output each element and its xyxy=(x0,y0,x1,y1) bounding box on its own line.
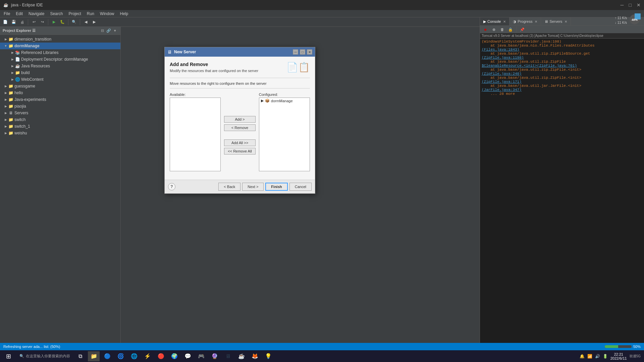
taskbar-app-9[interactable]: 🎮 xyxy=(195,351,207,361)
taskbar-chrome[interactable]: 🌐 xyxy=(128,351,140,361)
console-line-5[interactable]: (ZipFile.java:1198) xyxy=(482,56,642,60)
toolbar-new[interactable]: 📄 xyxy=(2,18,9,26)
toolbar-forward[interactable]: ▶ xyxy=(91,18,98,26)
menu-file[interactable]: File xyxy=(2,11,12,17)
taskbar-eclipse[interactable]: ☕ xyxy=(235,351,247,361)
taskbar-app-5[interactable]: ⚡ xyxy=(142,351,153,361)
folder-icon-dimension: 📁 xyxy=(8,37,13,42)
taskbar-app-11[interactable]: 🖥 xyxy=(222,351,234,361)
servers-tab-close[interactable]: ✕ xyxy=(565,20,567,23)
toolbar-run[interactable]: ▶ xyxy=(50,18,58,26)
folder-icon-dormmanage: 📁 xyxy=(8,43,13,49)
console-line-3[interactable]: (Files.java:1843) xyxy=(482,48,642,52)
available-listbox[interactable] xyxy=(170,98,221,171)
finish-button[interactable]: Finish xyxy=(265,183,287,191)
console-line-7[interactable]: $CleanableResource.<init>(ZipFile.java:7… xyxy=(482,64,642,68)
console-line-11[interactable]: (ZipFile.java:171) xyxy=(482,80,642,84)
menu-search[interactable]: Search xyxy=(48,11,65,17)
tree-item-switch1[interactable]: ▶ 📁 switch_1 xyxy=(0,123,120,130)
tree-item-weishu[interactable]: ▶ 📁 weishu xyxy=(0,130,120,136)
console-scroll-lock-btn[interactable]: 🔒 xyxy=(507,26,514,33)
taskbar-app-6[interactable]: 🔴 xyxy=(155,351,167,361)
console-title-text: Tomcat v9.0 Server at localhost (3) [Apa… xyxy=(482,34,603,38)
tree-item-ref-libs[interactable]: ▶ 📚 Referenced Libraries xyxy=(0,49,120,56)
tree-item-switch[interactable]: ▶ 📁 switch xyxy=(0,116,120,123)
taskbar-edge[interactable]: 🌀 xyxy=(115,351,126,361)
menu-window[interactable]: Window xyxy=(98,11,116,17)
menu-project[interactable]: Project xyxy=(66,11,83,17)
tree-label-guessgame: guessgame xyxy=(14,84,35,88)
tree-item-dormmanage[interactable]: ▼ 📁 dormManage xyxy=(0,43,120,49)
tree-item-dimension-transition[interactable]: ▶ 📁 dimension_transition xyxy=(0,36,120,43)
tree-item-java-experiments[interactable]: ▶ 📁 Java-experiments xyxy=(0,96,120,103)
link-with-editor-icon[interactable]: 🔗 xyxy=(106,28,111,34)
cancel-button[interactable]: Cancel xyxy=(289,183,312,191)
close-button[interactable]: ✕ xyxy=(637,2,641,8)
tree-item-webcontent[interactable]: ▶ 🌐 WebContent xyxy=(0,76,120,83)
console-clear-btn[interactable]: 🗑 xyxy=(498,26,506,33)
console-disconnect-btn[interactable]: ⊗ xyxy=(490,26,497,33)
configured-listbox[interactable]: ▶ 📦 dormManage xyxy=(259,98,310,171)
battery-tray-icon: 🔋 xyxy=(603,354,608,359)
taskbar-app-2[interactable]: 🔵 xyxy=(101,351,113,361)
console-line-9[interactable]: (ZipFile.java:240) xyxy=(482,72,642,76)
progress-tab-close[interactable]: ✕ xyxy=(535,20,537,23)
menu-edit[interactable]: Edit xyxy=(14,11,25,17)
toolbar-sep4 xyxy=(80,19,80,25)
toolbar-search[interactable]: 🔍 xyxy=(70,18,78,26)
taskbar-wechat[interactable]: 💬 xyxy=(182,351,194,361)
toolbar-undo[interactable]: ↩ xyxy=(30,18,38,26)
tree-item-servers[interactable]: ▶ 🖥 Servers xyxy=(0,110,120,116)
back-button[interactable]: < Back xyxy=(218,183,240,191)
remove-button[interactable]: < Remove xyxy=(224,124,256,131)
taskbar-app-10[interactable]: 🔮 xyxy=(209,351,220,361)
menu-run[interactable]: Run xyxy=(85,11,96,17)
tree-arrow-hello: ▶ xyxy=(3,91,8,95)
toolbar-debug[interactable]: 🐛 xyxy=(59,18,66,26)
toolbar-redo[interactable]: ↪ xyxy=(39,18,46,26)
panel-header-icons: ⊟ 🔗 ▾ xyxy=(100,28,118,34)
tree-item-hello[interactable]: ▶ 📁 hello xyxy=(0,89,120,96)
console-tab-close[interactable]: ✕ xyxy=(503,20,506,23)
toolbar-back[interactable]: ◀ xyxy=(82,18,90,26)
add-all-button[interactable]: Add All >> xyxy=(224,139,256,146)
search-bar[interactable]: 🔍 在这里输入你要搜索的内容 xyxy=(17,354,73,359)
menu-navigate[interactable]: Navigate xyxy=(26,11,46,17)
tab-servers[interactable]: 🖥 Servers ✕ xyxy=(541,17,571,25)
configured-item-dormmanage[interactable]: ▶ 📦 dormManage xyxy=(259,98,310,104)
taskbar-app-13[interactable]: 🦊 xyxy=(249,351,261,361)
tree-label-dormmanage: dormManage xyxy=(14,44,40,48)
console-pin-btn[interactable]: 📌 xyxy=(519,26,526,33)
taskbar-task-view[interactable]: ⧉ xyxy=(74,351,86,361)
next-button[interactable]: Next > xyxy=(242,183,264,191)
tree-item-piaojia[interactable]: ▶ 📁 piaojia xyxy=(0,103,120,110)
dialog-minimize-btn[interactable]: ─ xyxy=(293,49,298,55)
minimize-button[interactable]: ─ xyxy=(621,2,624,8)
menu-help[interactable]: Help xyxy=(118,11,130,17)
tree-item-build[interactable]: ▶ 📁 build xyxy=(0,69,120,76)
dialog-maximize-btn[interactable]: □ xyxy=(300,49,305,55)
tree-item-deployment[interactable]: ▶ 📄 Deployment Descriptor: dormManage xyxy=(0,56,120,63)
console-stop-btn[interactable]: ■ xyxy=(482,26,489,33)
collapse-all-icon[interactable]: ⊟ xyxy=(100,28,105,34)
tab-console[interactable]: ▶ Console ✕ xyxy=(480,17,509,25)
toolbar-save[interactable]: 💾 xyxy=(10,18,17,26)
tree-item-guessgame[interactable]: ▶ 📁 guessgame xyxy=(0,83,120,89)
dialog-close-btn[interactable]: ✕ xyxy=(307,49,312,55)
taskbar-app-14[interactable]: 💡 xyxy=(262,351,274,361)
tree-item-java-resources[interactable]: ▶ ☕ Java Resources xyxy=(0,63,120,69)
panel-menu-icon[interactable]: ▾ xyxy=(112,28,118,34)
console-line-13[interactable]: (JarFile.java:347) xyxy=(482,88,642,92)
tab-progress[interactable]: ◑ Progress ✕ xyxy=(509,17,541,25)
toolbar-print[interactable]: 🖨 xyxy=(18,18,26,26)
help-button[interactable]: ? xyxy=(168,183,175,190)
start-button[interactable]: ⊞ xyxy=(0,350,17,362)
taskbar-app-7[interactable]: 🌍 xyxy=(168,351,180,361)
tree-arrow-build: ▶ xyxy=(10,71,15,74)
taskbar-file-explorer[interactable]: 📁 xyxy=(88,351,100,361)
remove-all-button[interactable]: << Remove All xyxy=(224,148,256,155)
maximize-button[interactable]: □ xyxy=(629,2,632,8)
progress-label: 48% xyxy=(632,18,638,21)
add-button[interactable]: Add > xyxy=(224,116,256,123)
chevron-right-icon: ▶ xyxy=(261,99,264,103)
